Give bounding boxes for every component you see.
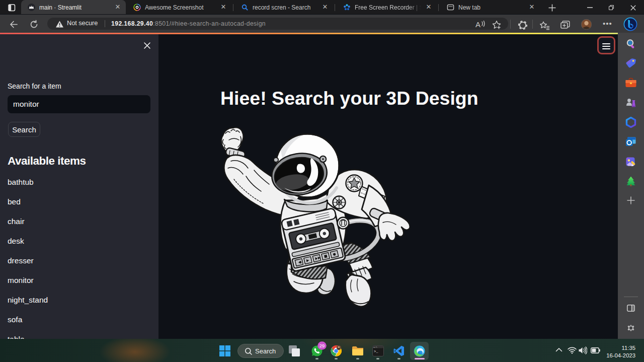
svg-text:C:\: C:\ [374,346,378,348]
svg-text:>_: >_ [374,349,378,353]
svg-text:A: A [475,20,480,29]
svg-text:29: 29 [319,343,325,348]
